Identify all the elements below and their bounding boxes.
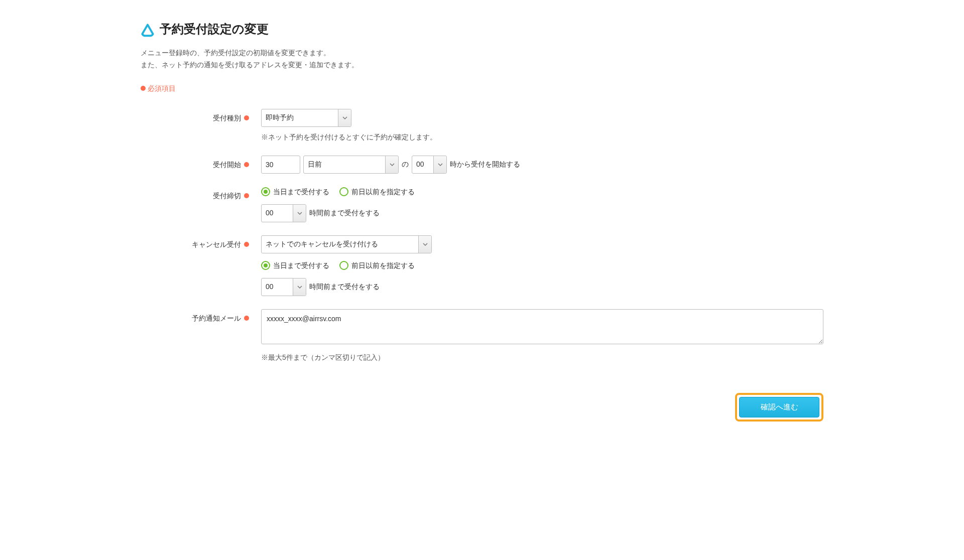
select-reception-start-hour-value: 00 [416, 159, 424, 170]
chevron-down-icon [293, 205, 306, 222]
select-reception-start-hour[interactable]: 00 [412, 156, 447, 174]
row-notify-email: 予約通知メール ※最大5件まで（カンマ区切りで記入） [141, 309, 823, 363]
row-reception-deadline: 受付締切 当日まで受付する 前日以前を指定する 00 [141, 187, 823, 222]
select-deadline-hours[interactable]: 00 [261, 204, 306, 222]
label-reception-start: 受付開始 [141, 156, 261, 170]
radio-icon [339, 187, 348, 196]
required-dot-icon [244, 193, 249, 198]
radio-deadline-sameday-label: 当日まで受付する [273, 187, 329, 197]
page-description-line2: また、ネット予約の通知を受け取るアドレスを変更・追加できます。 [141, 59, 823, 71]
select-reception-start-unit-value: 日前 [308, 159, 322, 170]
required-dot-icon [244, 242, 249, 247]
select-cancel-hours-value: 00 [266, 282, 274, 292]
required-legend-label: 必須項目 [148, 83, 176, 94]
chevron-down-icon [433, 156, 446, 173]
radio-cancel-sameday-label: 当日まで受付する [273, 260, 329, 271]
label-reception-type: 受付種別 [141, 109, 261, 123]
select-reception-type[interactable]: 即時予約 [261, 109, 351, 127]
radio-cancel-sameday[interactable]: 当日まで受付する [261, 260, 329, 271]
required-legend: 必須項目 [141, 83, 823, 94]
reception-start-connector: の [402, 159, 409, 170]
select-deadline-hours-value: 00 [266, 208, 274, 218]
confirm-button[interactable]: 確認へ進む [739, 397, 819, 417]
radio-icon [339, 261, 348, 270]
select-reception-type-value: 即時予約 [266, 112, 294, 123]
radio-deadline-sameday[interactable]: 当日まで受付する [261, 187, 329, 197]
deadline-hours-suffix: 時間前まで受付をする [309, 208, 380, 218]
chevron-down-icon [338, 109, 351, 126]
confirm-highlight: 確認へ進む [735, 393, 823, 422]
required-dot-icon [244, 115, 249, 120]
radio-icon [261, 261, 270, 270]
row-cancel-reception: キャンセル受付 ネットでのキャンセルを受け付ける 当日まで受付する [141, 235, 823, 296]
cancel-hours-suffix: 時間前まで受付をする [309, 282, 380, 292]
page-description: メニュー登録時の、予約受付設定の初期値を変更できます。 また、ネット予約の通知を… [141, 47, 823, 71]
select-cancel-hours[interactable]: 00 [261, 278, 306, 296]
label-notify-email: 予約通知メール [141, 309, 261, 324]
actions-bar: 確認へ進む [141, 393, 823, 422]
select-cancel-reception-value: ネットでのキャンセルを受け付ける [266, 239, 378, 249]
input-reception-start-days[interactable] [261, 156, 300, 174]
radio-deadline-before[interactable]: 前日以前を指定する [339, 187, 415, 197]
settings-form: 受付種別 即時予約 ※ネット予約を受け付けるとすぐに予約が確定します。 受付 [141, 109, 823, 363]
row-reception-start: 受付開始 日前 の 00 [141, 156, 823, 174]
row-reception-type: 受付種別 即時予約 ※ネット予約を受け付けるとすぐに予約が確定します。 [141, 109, 823, 143]
textarea-notify-email[interactable] [261, 309, 823, 344]
required-dot-icon [244, 162, 249, 167]
page-title: 予約受付設定の変更 [160, 20, 269, 38]
radio-icon [261, 187, 270, 196]
chevron-down-icon [293, 278, 306, 296]
radio-cancel-before-label: 前日以前を指定する [351, 260, 415, 271]
page-description-line1: メニュー登録時の、予約受付設定の初期値を変更できます。 [141, 47, 823, 59]
select-cancel-reception[interactable]: ネットでのキャンセルを受け付ける [261, 235, 432, 253]
chevron-down-icon [385, 156, 398, 173]
hint-notify-email: ※最大5件まで（カンマ区切りで記入） [261, 352, 823, 363]
triangle-icon [141, 23, 155, 37]
required-dot-icon [141, 86, 146, 91]
label-reception-deadline: 受付締切 [141, 187, 261, 201]
page-header: 予約受付設定の変更 [141, 20, 823, 38]
required-dot-icon [244, 316, 249, 321]
chevron-down-icon [418, 236, 431, 253]
label-cancel-reception: キャンセル受付 [141, 235, 261, 250]
hint-reception-type: ※ネット予約を受け付けるとすぐに予約が確定します。 [261, 132, 823, 143]
reception-start-suffix: 時から受付を開始する [450, 159, 520, 170]
select-reception-start-unit[interactable]: 日前 [303, 156, 399, 174]
radio-cancel-before[interactable]: 前日以前を指定する [339, 260, 415, 271]
radio-deadline-before-label: 前日以前を指定する [351, 187, 415, 197]
